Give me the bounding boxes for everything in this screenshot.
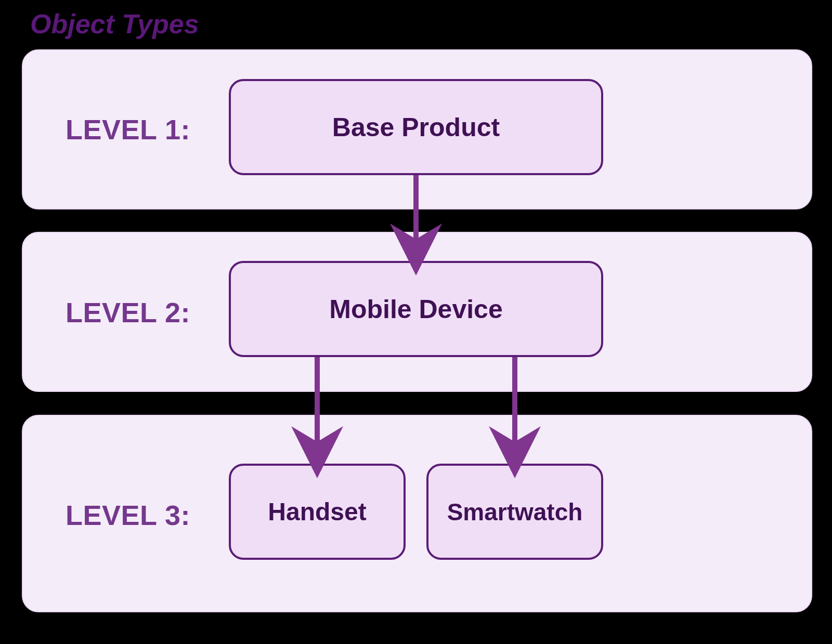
node-handset: Handset xyxy=(229,464,406,560)
level-1-label: LEVEL 1: xyxy=(66,113,190,146)
level-2-label: LEVEL 2: xyxy=(66,296,190,328)
node-mobile-device: Mobile Device xyxy=(229,261,603,357)
diagram-title: Object Types xyxy=(30,8,199,40)
level-3-label: LEVEL 3: xyxy=(66,499,190,531)
node-smartwatch: Smartwatch xyxy=(426,464,603,560)
node-base-product: Base Product xyxy=(229,79,603,175)
